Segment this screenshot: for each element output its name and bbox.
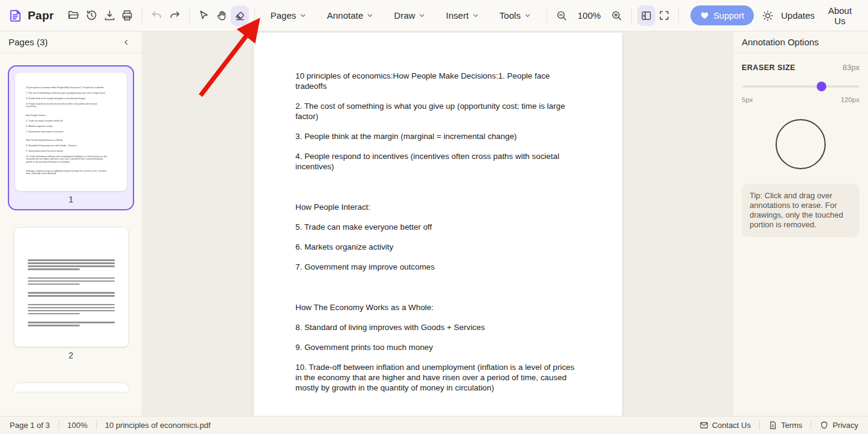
zoom-level: 100%: [576, 10, 602, 21]
zoom-out-button[interactable]: [553, 5, 571, 26]
slider-max-label: 120px: [841, 96, 860, 103]
eraser-tip: Tip: Click and drag over annotations to …: [742, 184, 860, 237]
history-clock-icon: [85, 9, 98, 22]
chevron-down-icon: [367, 12, 373, 19]
undo-button[interactable]: [148, 5, 166, 26]
annotation-options-panel: Annotation Options ERASER SIZE 83px 5px …: [733, 31, 868, 416]
doc-paragraph: How The Economy Works as a Whole:: [295, 302, 579, 313]
open-file-button[interactable]: [65, 5, 83, 26]
menu-tools[interactable]: Tools: [493, 6, 537, 25]
eraser-size-preview-circle: [776, 119, 826, 169]
page-thumbnail-1[interactable]: 10 principles of economics:How People Ma…: [8, 65, 134, 210]
doc-paragraph: 6. Markets organize activity: [295, 242, 579, 252]
thumb-paragraph: 5. Trade can make everyone better off: [26, 119, 107, 122]
document-canvas[interactable]: 10 principles of economics:How People Ma…: [143, 31, 733, 416]
heart-icon: [700, 11, 709, 20]
menu-annotate-label: Annotate: [327, 10, 363, 21]
doc-paragraph: 10 principles of economics:How People Ma…: [295, 71, 579, 91]
thumb-paragraph: 2. The cost of something is what you giv…: [26, 91, 107, 94]
doc-paragraph: 5. Trade can make everyone better off: [295, 222, 579, 232]
panel-left-collapse-icon: [640, 10, 652, 22]
chevron-down-icon: [472, 12, 479, 19]
privacy-link[interactable]: Privacy: [820, 421, 858, 430]
magnifier-minus-icon: [556, 10, 568, 22]
print-button[interactable]: [118, 5, 137, 26]
history-button[interactable]: [83, 5, 101, 26]
doc-paragraph: 10. Trade-off between inflation and unem…: [295, 362, 579, 393]
thumb-paragraph: 7. Government may improve outcomes: [26, 130, 107, 133]
main-area: Pages (3) 10 principles of economics:How…: [0, 31, 868, 416]
doc-paragraph: How People Interact:: [295, 202, 579, 212]
thumb-paragraph: 10. Trade-off between inflation and unem…: [26, 155, 107, 163]
page-thumbnail-1-preview: 10 principles of economics:How People Ma…: [15, 73, 127, 191]
app-logo[interactable]: Papr: [8, 8, 54, 23]
toggle-sidebar-button[interactable]: [637, 5, 655, 26]
contact-us-label: Contact Us: [712, 421, 751, 430]
thumb-paragraph: 4. People respond to incentives (incenti…: [26, 102, 107, 108]
eraser-icon: [234, 9, 246, 22]
doc-paragraph: 9. Government prints too much money: [295, 342, 579, 352]
zoom-in-button[interactable]: [608, 5, 626, 26]
chevron-left-icon: [122, 38, 130, 47]
statusbar-divider: [96, 421, 97, 430]
fullscreen-button[interactable]: [655, 5, 674, 26]
menu-insert[interactable]: Insert: [440, 6, 485, 25]
folder-open-icon: [67, 9, 80, 22]
updates-link[interactable]: Updates: [776, 6, 820, 25]
eraser-size-label: ERASER SIZE: [742, 63, 796, 72]
menu-annotate[interactable]: Annotate: [321, 6, 379, 25]
statusbar-zoom: 100%: [68, 421, 88, 430]
doc-paragraph: 2. The cost of something is what you giv…: [295, 101, 579, 121]
toolbar-divider: [631, 8, 632, 23]
page-thumbnail-2[interactable]: 2: [14, 227, 129, 363]
undo-icon: [150, 9, 163, 22]
page-indicator: Page 1 of 3: [10, 421, 50, 430]
eraser-size-slider[interactable]: [742, 82, 860, 91]
pan-tool-button[interactable]: [213, 5, 231, 26]
collapse-sidebar-button[interactable]: [119, 35, 133, 50]
pages-sidebar-header: Pages (3): [0, 31, 142, 53]
menu-insert-label: Insert: [446, 10, 469, 21]
download-button[interactable]: [100, 5, 118, 26]
pdf-page[interactable]: 10 principles of economics:How People Ma…: [254, 33, 622, 416]
pages-sidebar-title: Pages (3): [8, 37, 48, 47]
top-toolbar: Papr: [0, 0, 868, 31]
slider-thumb[interactable]: [817, 82, 826, 91]
support-button[interactable]: Support: [690, 5, 754, 25]
thumbnail-list: 10 principles of economics:How People Ma…: [0, 53, 142, 416]
theme-toggle-button[interactable]: [760, 5, 776, 26]
about-us-link[interactable]: About Us: [820, 1, 860, 30]
download-icon: [103, 9, 116, 22]
slider-track[interactable]: [742, 85, 860, 88]
chevron-down-icon: [524, 12, 531, 19]
page-thumbnail-3[interactable]: [14, 383, 129, 392]
thumb-paragraph: 3. People think at the margin (marginal …: [26, 97, 107, 100]
menu-draw[interactable]: Draw: [388, 6, 431, 25]
contact-us-link[interactable]: Contact Us: [699, 421, 751, 430]
fullscreen-icon: [658, 10, 670, 21]
privacy-label: Privacy: [832, 421, 858, 430]
thumb-paragraph: 10 principles of economics:How People Ma…: [26, 86, 107, 89]
doc-paragraph: 4. People respond to incentives (incenti…: [295, 151, 579, 172]
slider-min-label: 5px: [742, 96, 753, 103]
menu-pages-label: Pages: [271, 10, 297, 21]
statusbar-divider: [759, 421, 760, 430]
pdf-page-text: 10 principles of economics:How People Ma…: [254, 33, 622, 416]
thumb-paragraph: How The Economy Works as a Whole:: [26, 138, 107, 141]
chevron-down-icon: [300, 12, 306, 19]
menu-pages[interactable]: Pages: [265, 6, 313, 25]
page-thumbnail-1-text: 10 principles of economics:How People Ma…: [26, 86, 116, 175]
thumb-paragraph: How People Interact:: [26, 114, 107, 117]
toolbar-right-group: Support Updates About Us: [684, 1, 860, 30]
sun-icon: [762, 10, 774, 22]
status-bar: Page 1 of 3 100% 10 principles of econom…: [0, 416, 868, 434]
hand-icon: [216, 9, 228, 22]
terms-link[interactable]: Terms: [768, 421, 802, 430]
select-tool-button[interactable]: [195, 5, 213, 26]
redo-button[interactable]: [166, 5, 184, 26]
eraser-tool-button[interactable]: [231, 5, 249, 26]
thumb-paragraph: 8. Standard of living improves with Good…: [26, 144, 107, 147]
doc-paragraph: 8. Standard of living improves with Good…: [295, 322, 579, 332]
papr-document-logo-icon: [8, 8, 23, 23]
document-icon: [768, 421, 777, 430]
